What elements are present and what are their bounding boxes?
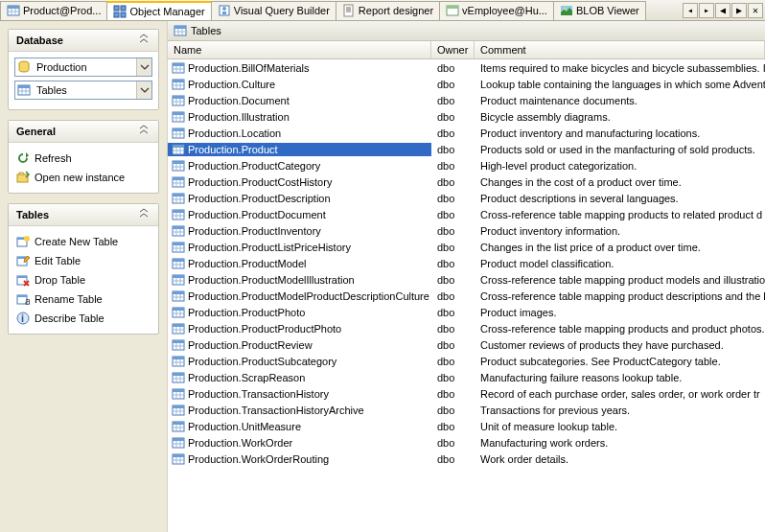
cell-name: Production.UnitMeasure — [168, 420, 431, 433]
table-name: Production.ProductListPriceHistory — [188, 242, 351, 253]
cell-comment: Product inventory and manufacturing loca… — [475, 127, 765, 139]
cell-owner: dbo — [431, 307, 475, 318]
database-panel: Database Production Tables — [8, 29, 159, 110]
grid-body[interactable]: Production.BillOfMaterialsdboItems requi… — [168, 59, 765, 532]
table-icon — [172, 273, 185, 287]
action-describe-table[interactable]: Describe Table — [14, 309, 152, 328]
cell-owner: dbo — [431, 193, 475, 204]
database-combo[interactable]: Production — [14, 58, 152, 77]
table-name: Production.ScrapReason — [188, 372, 305, 383]
tab-product-prod[interactable]: Product@Prod... — [0, 1, 107, 20]
table-row[interactable]: Production.ProductDescriptiondboProduct … — [168, 190, 765, 206]
table-row[interactable]: Production.ProductModeldboProduct model … — [168, 255, 765, 271]
tab-scroll-right[interactable]: ▸ — [699, 3, 714, 18]
action-refresh[interactable]: Refresh — [14, 149, 152, 168]
column-comment[interactable]: Comment — [475, 41, 765, 58]
table-row[interactable]: Production.LocationdboProduct inventory … — [168, 125, 765, 141]
tab-close[interactable]: ✕ — [748, 3, 763, 18]
cell-comment: Products sold or used in the manfacturin… — [475, 144, 765, 155]
chevron-down-icon[interactable] — [136, 58, 151, 76]
table-row[interactable]: Production.IllustrationdboBicycle assemb… — [168, 108, 765, 125]
cell-owner: dbo — [431, 388, 475, 400]
table-row[interactable]: Production.ProductSubcategorydboProduct … — [168, 353, 765, 369]
panel-header-database[interactable]: Database — [9, 30, 158, 52]
table-row[interactable]: Production.ProductModelIllustrationdboCr… — [168, 271, 765, 288]
table-icon — [172, 404, 185, 417]
cell-name: Production.ProductModelIllustration — [168, 273, 431, 287]
tab-scroll-left[interactable]: ◂ — [683, 3, 698, 18]
table-row[interactable]: Production.ProductPhotodboProduct images… — [168, 304, 765, 320]
table-icon — [172, 257, 185, 270]
cell-owner: dbo — [431, 209, 475, 220]
cell-name: Production.ProductDescription — [168, 192, 431, 205]
table-row[interactable]: Production.CulturedboLookup table contai… — [168, 76, 765, 92]
table-icon — [172, 94, 185, 107]
cell-owner: dbo — [431, 160, 475, 172]
table-name: Production.ProductModelProductDescriptio… — [188, 290, 429, 302]
cell-name: Production.ProductCostHistory — [168, 175, 431, 189]
table-row[interactable]: Production.ProductReviewdboCustomer revi… — [168, 336, 765, 353]
table-row[interactable]: Production.ProductProductPhotodboCross-r… — [168, 320, 765, 336]
table-icon — [172, 338, 185, 352]
table-icon — [172, 452, 185, 466]
column-name[interactable]: Name — [168, 41, 431, 58]
scope-combo[interactable]: Tables — [14, 81, 152, 100]
action-rename-table[interactable]: Rename Table — [14, 289, 152, 309]
column-owner[interactable]: Owner — [431, 41, 475, 58]
collapse-icon — [137, 34, 151, 47]
cell-owner: dbo — [431, 339, 475, 351]
chevron-down-icon[interactable] — [136, 81, 151, 99]
table-icon — [172, 371, 185, 384]
panel-header-tables[interactable]: Tables — [9, 204, 158, 226]
cell-name: Production.ProductDocument — [168, 208, 431, 221]
tab-vemployee-hu[interactable]: vEmployee@Hu... — [439, 1, 554, 20]
action-open-new-instance[interactable]: Open new instance — [14, 168, 152, 187]
table-row[interactable]: Production.BillOfMaterialsdboItems requi… — [168, 59, 765, 76]
table-name: Production.ProductDescription — [188, 193, 331, 204]
action-drop-table[interactable]: Drop Table — [14, 270, 152, 289]
table-name: Production.ProductInventory — [188, 225, 321, 237]
edit-icon — [16, 254, 30, 267]
table-row[interactable]: Production.UnitMeasuredboUnit of measure… — [168, 418, 765, 434]
panel-header-general[interactable]: General — [9, 121, 158, 143]
table-row[interactable]: Production.ProductDocumentdboCross-refer… — [168, 206, 765, 222]
tab-visual-query-builder[interactable]: Visual Query Builder — [211, 1, 336, 20]
vqb-icon — [218, 4, 231, 17]
cell-comment: Bicycle assembly diagrams. — [475, 111, 765, 123]
tab-next[interactable]: ▶ — [731, 3, 747, 18]
tab-blob-viewer[interactable]: BLOB Viewer — [553, 1, 646, 20]
table-row[interactable]: Production.ProductModelProductDescriptio… — [168, 288, 765, 304]
refresh-icon — [16, 151, 30, 165]
open-icon — [16, 171, 30, 184]
tab-report-designer[interactable]: Report designer — [336, 1, 440, 20]
table-row[interactable]: Production.ProductListPriceHistorydboCha… — [168, 239, 765, 255]
table-row[interactable]: Production.ProductCategorydboHigh-level … — [168, 157, 765, 173]
table-name: Production.ProductModelIllustration — [188, 274, 355, 286]
table-name: Production.Product — [188, 144, 278, 155]
cell-owner: dbo — [431, 274, 475, 286]
cell-owner: dbo — [431, 144, 475, 155]
table-row[interactable]: Production.ScrapReasondboManufacturing f… — [168, 369, 765, 385]
table-name: Production.WorkOrderRouting — [188, 453, 329, 465]
table-row[interactable]: Production.DocumentdboProduct maintenanc… — [168, 92, 765, 108]
action-edit-table[interactable]: Edit Table — [14, 251, 152, 270]
tab-object-manager[interactable]: Object Manager — [106, 1, 211, 20]
cell-owner: dbo — [431, 405, 475, 416]
cell-comment: Cross-reference table mapping product mo… — [475, 274, 765, 286]
cell-name: Production.ProductPhoto — [168, 306, 431, 319]
table-row[interactable]: Production.WorkOrderRoutingdboWork order… — [168, 451, 765, 467]
table-row[interactable]: Production.ProductdboProducts sold or us… — [168, 141, 765, 157]
panel-title: General — [16, 126, 56, 137]
table-name: Production.ProductPhoto — [188, 307, 305, 318]
table-row[interactable]: Production.TransactionHistorydboRecord o… — [168, 385, 765, 402]
table-icon — [172, 175, 185, 189]
action-create-new-table[interactable]: Create New Table — [14, 232, 152, 251]
table-row[interactable]: Production.TransactionHistoryArchivedboT… — [168, 402, 765, 418]
tab-prev[interactable]: ◀ — [715, 3, 730, 18]
table-row[interactable]: Production.ProductInventorydboProduct in… — [168, 222, 765, 239]
table-row[interactable]: Production.ProductCostHistorydboChanges … — [168, 173, 765, 190]
table-icon — [172, 224, 185, 238]
cell-comment: Product maintenance documents. — [475, 95, 765, 106]
table-row[interactable]: Production.WorkOrderdboManufacturing wor… — [168, 434, 765, 451]
tab-label: vEmployee@Hu... — [462, 5, 547, 16]
